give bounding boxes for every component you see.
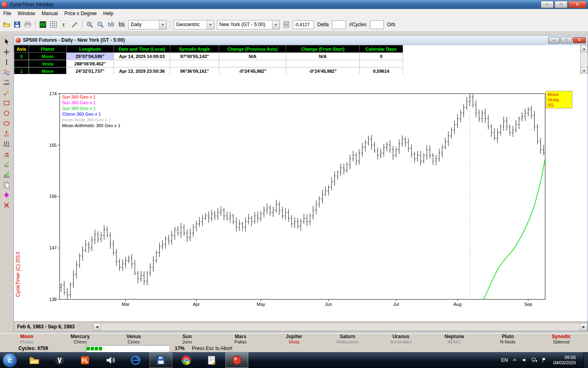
planet-toggle-moon[interactable]: MoonPholus [0, 334, 53, 345]
coordinate-system-combobox[interactable]: Geocentric ▼ [174, 20, 214, 29]
planet-toggle-venus[interactable]: VenusCeres [107, 334, 160, 345]
planet-bottom-label[interactable]: N Node [481, 339, 535, 345]
tray-flag-icon[interactable] [541, 357, 547, 363]
taskbar-app-chrome[interactable] [175, 352, 198, 368]
save-disk-icon[interactable] [12, 20, 22, 29]
planet-bottom-label[interactable]: Juno [160, 339, 214, 345]
menu-item-manual[interactable]: Manual [38, 9, 61, 18]
planet-bottom-label[interactable]: Chiron [53, 339, 107, 345]
tool-text-tool[interactable]: TTEXT [1, 129, 12, 139]
planet-top-label[interactable]: Sun [160, 334, 214, 339]
planet-top-label[interactable]: Mars [214, 334, 267, 339]
child-close-button[interactable]: ✕ [573, 37, 586, 43]
tray-volume-icon[interactable] [521, 357, 528, 363]
menu-item-file[interactable]: File [0, 9, 14, 18]
taskbar-app-save-window[interactable] [149, 352, 172, 368]
language-indicator[interactable]: EN [501, 357, 508, 363]
grid-icon[interactable] [49, 20, 58, 29]
cycles-field[interactable] [370, 20, 384, 29]
planet-top-label[interactable]: Jupiter [267, 334, 321, 339]
tool-gann-tool[interactable]: GANN [1, 170, 12, 180]
planet-top-label[interactable]: Mercury [53, 334, 107, 339]
show-desktop-button[interactable] [584, 352, 588, 368]
chart-candles-icon[interactable] [38, 20, 48, 29]
taskbar-clock[interactable]: 09:55 04/03/2029 [553, 355, 576, 366]
planet-toggle-uranus[interactable]: UranusAscendant [374, 334, 428, 345]
minimize-button[interactable]: ─ [541, 1, 554, 8]
planet-toggle-mars[interactable]: MarsPallas [214, 334, 267, 345]
planet-top-label[interactable]: Uranus [374, 334, 428, 339]
tool-rect-tool[interactable] [1, 98, 12, 108]
delta-value-field[interactable]: -0,4127 [293, 20, 314, 29]
hilo-bars2-icon[interactable] [117, 20, 127, 29]
menu-item-window[interactable]: Window [14, 9, 38, 18]
planet-bottom-label[interactable]: ARMC [428, 339, 481, 345]
planet-top-label[interactable]: Pluto [481, 334, 535, 339]
taskbar-app-editor[interactable] [200, 352, 223, 368]
price-chart[interactable]: 138147156165174MarAprMayJunJulAugSepSun … [14, 74, 588, 322]
scroll-left-icon[interactable]: ◀ [93, 323, 101, 331]
taskbar-app-cycletimer-app[interactable] [225, 352, 248, 368]
zoom-in-icon[interactable] [85, 20, 95, 29]
tray-network-icon[interactable] [531, 357, 537, 363]
chevron-up-icon[interactable] [512, 357, 518, 363]
planet-toggle-saturn[interactable]: SaturnMidheaven [321, 334, 374, 345]
planet-bottom-label[interactable]: Ceres [107, 339, 160, 345]
planet-top-label[interactable]: Neptune [428, 334, 481, 339]
open-folder-icon[interactable] [2, 20, 11, 29]
maximize-button[interactable]: □ [555, 1, 568, 8]
planet-toggle-sun[interactable]: SunJuno [160, 334, 214, 345]
planet-top-label[interactable]: Synodic [535, 334, 588, 339]
tool-crosshair-plus[interactable] [1, 47, 12, 57]
planet-bottom-label[interactable]: Sidereal [535, 339, 588, 345]
planet-bottom-label[interactable]: Pallas [214, 339, 267, 345]
planet-toggle-synodic[interactable]: SynodicSidereal [535, 334, 588, 345]
scroll-up-icon[interactable]: ▲ [581, 45, 588, 52]
timezone-combobox[interactable]: New York (GT - 5:00) ▼ [217, 20, 280, 29]
planet-toggle-jupiter[interactable]: JupiterVesta [267, 334, 321, 345]
e-letter-icon[interactable]: E [59, 20, 69, 29]
taskbar-app-media-v[interactable] [48, 352, 71, 368]
taskbar-app-fl-app[interactable]: FL [74, 352, 96, 368]
taskbar-app-explorer[interactable] [23, 352, 46, 368]
table-vertical-scrollbar[interactable]: ▲ ▼ [580, 45, 588, 74]
zoom-out-icon[interactable] [96, 20, 105, 29]
tool-time-tool[interactable]: TIME [1, 149, 12, 159]
tool-aspt[interactable]: ASPT [1, 78, 12, 88]
chart-window-titlebar[interactable]: SP500 Futures - Daily - New York (GT - 5… [14, 36, 588, 45]
planet-top-label[interactable]: Saturn [321, 334, 374, 339]
calculator-icon[interactable] [281, 20, 291, 29]
close-button[interactable]: ✕ [568, 1, 586, 8]
tool-price-tool[interactable]: PRICE [1, 139, 12, 149]
planet-toggle-pluto[interactable]: PlutoN Node [481, 334, 535, 345]
planet-top-label[interactable]: Moon [0, 334, 53, 339]
tool-ellipse-tool[interactable] [1, 119, 12, 128]
tool-diamond-tool[interactable] [1, 190, 12, 200]
period-combobox[interactable]: Daily ▼ [128, 20, 167, 29]
hilo-bars-icon[interactable] [106, 20, 116, 29]
tool-pointer[interactable] [1, 37, 12, 47]
child-minimize-button[interactable]: ─ [548, 37, 560, 43]
taskbar-app-ie[interactable] [124, 352, 147, 368]
tool-circle-tool[interactable] [1, 108, 12, 118]
tool-delete-tool[interactable] [1, 200, 12, 210]
tool-aspect-lines[interactable] [1, 67, 12, 77]
planet-top-label[interactable]: Venus [107, 334, 160, 339]
planet-bottom-label[interactable]: Vesta [267, 339, 321, 345]
menu-item-help[interactable]: Help [100, 9, 117, 18]
planet-toggle-mercury[interactable]: MercuryChiron [53, 334, 107, 345]
planet-toggle-neptune[interactable]: NeptuneARMC [428, 334, 481, 345]
tools-icon[interactable] [70, 20, 80, 29]
horizontal-scrollbar-track[interactable] [101, 323, 580, 331]
print-icon[interactable] [23, 20, 33, 29]
tool-ptv-tool[interactable]: PTV [1, 159, 12, 169]
planet-bottom-label[interactable]: Midheaven [321, 339, 374, 345]
scroll-right-icon[interactable]: ▶ [580, 323, 588, 331]
start-button[interactable] [2, 353, 17, 368]
child-maximize-button[interactable]: □ [561, 37, 572, 43]
planet-bottom-label[interactable]: Ascendant [374, 339, 428, 345]
menu-item-price-x-degree[interactable]: Price x Degree [61, 9, 100, 18]
tool-vertical-line[interactable] [1, 57, 12, 67]
delta-extra-field[interactable] [332, 20, 346, 29]
taskbar-app-volume-app[interactable] [99, 352, 122, 368]
